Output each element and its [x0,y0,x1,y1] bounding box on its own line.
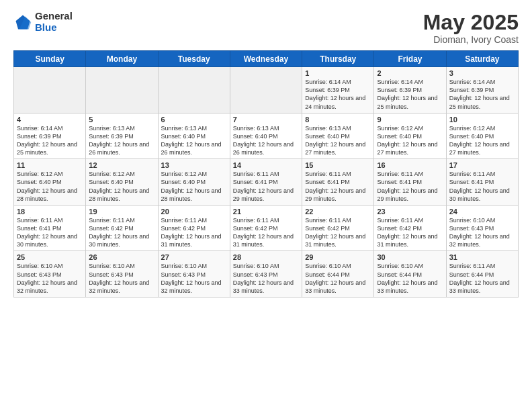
table-row: 2Sunrise: 6:14 AM Sunset: 6:39 PM Daylig… [374,67,446,113]
day-info: Sunrise: 6:12 AM Sunset: 6:40 PM Dayligh… [89,170,154,203]
day-number: 26 [89,253,154,261]
table-row: 29Sunrise: 6:10 AM Sunset: 6:44 PM Dayli… [302,251,374,298]
table-row: 10Sunrise: 6:12 AM Sunset: 6:40 PM Dayli… [446,113,518,159]
day-number: 19 [89,208,154,216]
day-number: 8 [305,116,371,124]
day-info: Sunrise: 6:13 AM Sunset: 6:40 PM Dayligh… [305,124,371,157]
col-friday: Friday [374,51,446,67]
table-row [86,67,158,113]
day-number: 12 [89,161,154,169]
table-row: 20Sunrise: 6:11 AM Sunset: 6:42 PM Dayli… [158,205,230,251]
day-number: 5 [89,116,154,124]
col-tuesday: Tuesday [158,51,230,67]
table-row: 4Sunrise: 6:14 AM Sunset: 6:39 PM Daylig… [14,113,86,159]
day-number: 30 [377,253,443,261]
table-row: 26Sunrise: 6:10 AM Sunset: 6:43 PM Dayli… [86,251,158,298]
table-row: 24Sunrise: 6:10 AM Sunset: 6:43 PM Dayli… [446,205,518,251]
table-row: 17Sunrise: 6:11 AM Sunset: 6:41 PM Dayli… [446,159,518,205]
month-title: May 2025 [423,11,519,34]
day-info: Sunrise: 6:11 AM Sunset: 6:42 PM Dayligh… [89,216,154,249]
table-row: 7Sunrise: 6:13 AM Sunset: 6:40 PM Daylig… [230,113,302,159]
day-info: Sunrise: 6:10 AM Sunset: 6:43 PM Dayligh… [17,262,83,295]
day-number: 29 [305,253,371,261]
day-info: Sunrise: 6:10 AM Sunset: 6:43 PM Dayligh… [233,262,299,295]
day-number: 27 [161,253,227,261]
day-number: 14 [233,161,299,169]
table-row: 23Sunrise: 6:11 AM Sunset: 6:42 PM Dayli… [374,205,446,251]
location: Dioman, Ivory Coast [423,34,519,45]
table-row: 25Sunrise: 6:10 AM Sunset: 6:43 PM Dayli… [14,251,86,298]
table-row [14,67,86,113]
week-row-1: 4Sunrise: 6:14 AM Sunset: 6:39 PM Daylig… [14,113,519,159]
day-info: Sunrise: 6:14 AM Sunset: 6:39 PM Dayligh… [449,78,515,111]
logo-text: General Blue [35,11,73,33]
col-saturday: Saturday [446,51,518,67]
table-row: 11Sunrise: 6:12 AM Sunset: 6:40 PM Dayli… [14,159,86,205]
table-row: 19Sunrise: 6:11 AM Sunset: 6:42 PM Dayli… [86,205,158,251]
calendar-table: Sunday Monday Tuesday Wednesday Thursday… [13,50,519,298]
day-info: Sunrise: 6:13 AM Sunset: 6:40 PM Dayligh… [161,124,227,157]
day-info: Sunrise: 6:12 AM Sunset: 6:40 PM Dayligh… [377,124,443,157]
day-info: Sunrise: 6:13 AM Sunset: 6:40 PM Dayligh… [233,124,299,157]
logo-icon [13,13,32,32]
table-row: 6Sunrise: 6:13 AM Sunset: 6:40 PM Daylig… [158,113,230,159]
table-row: 9Sunrise: 6:12 AM Sunset: 6:40 PM Daylig… [374,113,446,159]
header-row: Sunday Monday Tuesday Wednesday Thursday… [14,51,519,67]
day-number: 9 [377,116,443,124]
day-number: 22 [305,208,371,216]
logo: General Blue [13,11,73,33]
week-row-4: 25Sunrise: 6:10 AM Sunset: 6:43 PM Dayli… [14,251,519,298]
day-info: Sunrise: 6:11 AM Sunset: 6:41 PM Dayligh… [377,170,443,203]
title-block: May 2025 Dioman, Ivory Coast [423,11,519,45]
table-row: 27Sunrise: 6:10 AM Sunset: 6:43 PM Dayli… [158,251,230,298]
table-row [230,67,302,113]
day-info: Sunrise: 6:13 AM Sunset: 6:39 PM Dayligh… [89,124,154,157]
calendar-body: 1Sunrise: 6:14 AM Sunset: 6:39 PM Daylig… [14,67,519,298]
day-number: 1 [305,69,371,77]
table-row: 21Sunrise: 6:11 AM Sunset: 6:42 PM Dayli… [230,205,302,251]
day-number: 15 [305,161,371,169]
day-info: Sunrise: 6:11 AM Sunset: 6:44 PM Dayligh… [449,262,515,295]
day-number: 4 [17,116,83,124]
calendar-wrapper: Sunday Monday Tuesday Wednesday Thursday… [13,50,519,403]
table-row: 30Sunrise: 6:10 AM Sunset: 6:44 PM Dayli… [374,251,446,298]
day-info: Sunrise: 6:12 AM Sunset: 6:40 PM Dayligh… [17,170,83,203]
week-row-3: 18Sunrise: 6:11 AM Sunset: 6:41 PM Dayli… [14,205,519,251]
table-row: 28Sunrise: 6:10 AM Sunset: 6:43 PM Dayli… [230,251,302,298]
day-info: Sunrise: 6:11 AM Sunset: 6:42 PM Dayligh… [305,216,371,249]
day-number: 3 [449,69,515,77]
table-row: 1Sunrise: 6:14 AM Sunset: 6:39 PM Daylig… [302,67,374,113]
day-number: 24 [449,208,515,216]
day-info: Sunrise: 6:10 AM Sunset: 6:44 PM Dayligh… [377,262,443,295]
day-info: Sunrise: 6:11 AM Sunset: 6:42 PM Dayligh… [233,216,299,249]
day-number: 2 [377,69,443,77]
day-number: 21 [233,208,299,216]
day-info: Sunrise: 6:11 AM Sunset: 6:41 PM Dayligh… [233,170,299,203]
col-wednesday: Wednesday [230,51,302,67]
day-number: 25 [17,253,83,261]
col-thursday: Thursday [302,51,374,67]
day-info: Sunrise: 6:11 AM Sunset: 6:42 PM Dayligh… [377,216,443,249]
col-sunday: Sunday [14,51,86,67]
day-number: 28 [233,253,299,261]
day-info: Sunrise: 6:10 AM Sunset: 6:44 PM Dayligh… [305,262,371,295]
day-number: 16 [377,161,443,169]
day-info: Sunrise: 6:11 AM Sunset: 6:41 PM Dayligh… [305,170,371,203]
day-info: Sunrise: 6:14 AM Sunset: 6:39 PM Dayligh… [377,78,443,111]
day-info: Sunrise: 6:14 AM Sunset: 6:39 PM Dayligh… [17,124,83,157]
day-info: Sunrise: 6:11 AM Sunset: 6:41 PM Dayligh… [17,216,83,249]
day-info: Sunrise: 6:11 AM Sunset: 6:42 PM Dayligh… [161,216,227,249]
table-row: 14Sunrise: 6:11 AM Sunset: 6:41 PM Dayli… [230,159,302,205]
day-info: Sunrise: 6:10 AM Sunset: 6:43 PM Dayligh… [449,216,515,249]
logo-general-text: General [35,11,73,22]
day-number: 6 [161,116,227,124]
week-row-0: 1Sunrise: 6:14 AM Sunset: 6:39 PM Daylig… [14,67,519,113]
table-row: 12Sunrise: 6:12 AM Sunset: 6:40 PM Dayli… [86,159,158,205]
table-row: 31Sunrise: 6:11 AM Sunset: 6:44 PM Dayli… [446,251,518,298]
day-number: 13 [161,161,227,169]
day-number: 11 [17,161,83,169]
table-row: 8Sunrise: 6:13 AM Sunset: 6:40 PM Daylig… [302,113,374,159]
day-number: 20 [161,208,227,216]
day-info: Sunrise: 6:10 AM Sunset: 6:43 PM Dayligh… [89,262,154,295]
table-row: 16Sunrise: 6:11 AM Sunset: 6:41 PM Dayli… [374,159,446,205]
